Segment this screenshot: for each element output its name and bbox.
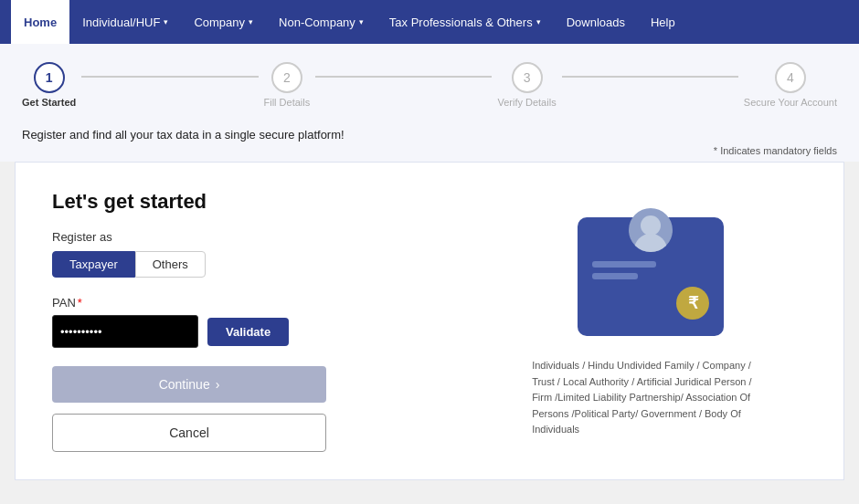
avatar bbox=[629, 208, 673, 252]
cancel-button[interactable]: Cancel bbox=[52, 414, 326, 452]
card-left: Let's get started Register as Taxpayer O… bbox=[52, 190, 458, 452]
pan-row: Validate bbox=[52, 315, 458, 348]
register-info: Register and find all your tax data in a… bbox=[0, 124, 859, 143]
step-line-2 bbox=[315, 76, 492, 78]
pan-label: PAN* bbox=[52, 296, 458, 310]
step-2: 2 Fill Details bbox=[264, 62, 311, 108]
step-label-3: Verify Details bbox=[497, 97, 556, 108]
nav-company[interactable]: Company ▾ bbox=[181, 0, 266, 44]
main-card: Let's get started Register as Taxpayer O… bbox=[15, 162, 844, 480]
pan-input[interactable] bbox=[52, 315, 198, 348]
step-circle-2: 2 bbox=[271, 62, 302, 93]
step-line-3 bbox=[562, 76, 738, 78]
nav-downloads[interactable]: Downloads bbox=[554, 0, 638, 44]
chevron-down-icon: ▾ bbox=[359, 17, 364, 26]
nav-tax-professionals[interactable]: Tax Professionals & Others ▾ bbox=[376, 0, 554, 44]
step-line-1 bbox=[81, 76, 258, 78]
navbar: Home Individual/HUF ▾ Company ▾ Non-Comp… bbox=[0, 0, 859, 44]
chevron-down-icon: ▾ bbox=[249, 17, 253, 26]
nav-individual-huf[interactable]: Individual/HUF ▾ bbox=[69, 0, 181, 44]
step-3: 3 Verify Details bbox=[497, 62, 556, 108]
nav-help[interactable]: Help bbox=[638, 0, 688, 44]
step-label-1: Get Started bbox=[22, 97, 76, 108]
step-circle-1: 1 bbox=[34, 62, 65, 93]
step-4: 4 Secure Your Account bbox=[744, 62, 837, 108]
nav-home[interactable]: Home bbox=[11, 0, 69, 44]
id-card-graphic: ₹ bbox=[578, 217, 724, 336]
card-title: Let's get started bbox=[52, 190, 458, 214]
step-label-2: Fill Details bbox=[264, 97, 311, 108]
chevron-down-icon: ▾ bbox=[164, 17, 168, 26]
step-label-4: Secure Your Account bbox=[744, 97, 837, 108]
toggle-others-button[interactable]: Others bbox=[135, 251, 206, 278]
entity-types-text: Individuals / Hindu Undivided Family / C… bbox=[532, 358, 769, 438]
step-1: 1 Get Started bbox=[22, 62, 76, 108]
stepper-section: 1 Get Started 2 Fill Details 3 Verify De… bbox=[0, 44, 859, 124]
nav-non-company[interactable]: Non-Company ▾ bbox=[266, 0, 376, 44]
stepper: 1 Get Started 2 Fill Details 3 Verify De… bbox=[22, 62, 837, 108]
register-as-toggle: Taxpayer Others bbox=[52, 251, 458, 278]
id-card-illustration: ₹ bbox=[568, 199, 733, 345]
chevron-down-icon: ▾ bbox=[536, 17, 541, 26]
validate-button[interactable]: Validate bbox=[207, 318, 289, 346]
continue-button[interactable]: Continue › bbox=[52, 366, 326, 403]
rupee-icon: ₹ bbox=[676, 287, 709, 320]
register-as-label: Register as bbox=[52, 230, 458, 244]
mandatory-note: * Indicates mandatory fields bbox=[0, 143, 859, 162]
card-right: ₹ Individuals / Hindu Undivided Family /… bbox=[494, 190, 807, 452]
step-circle-4: 4 bbox=[775, 62, 806, 93]
step-circle-3: 3 bbox=[512, 62, 543, 93]
toggle-taxpayer-button[interactable]: Taxpayer bbox=[52, 251, 135, 278]
